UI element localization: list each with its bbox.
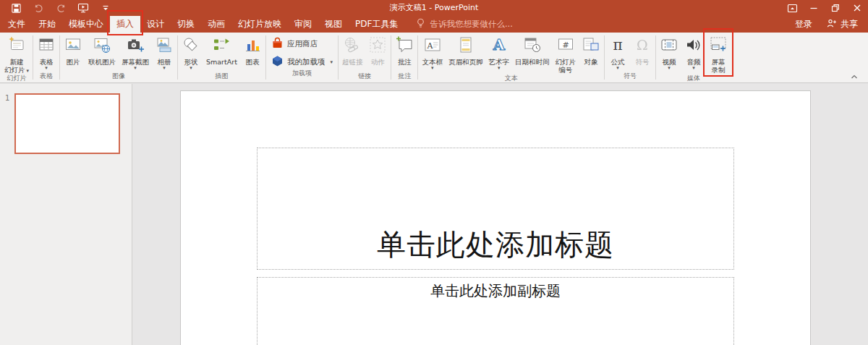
hyperlink-icon [343, 35, 362, 57]
ribbon-button-screenshot[interactable]: 屏幕截图▾ [119, 34, 152, 70]
ribbon-button-hyperlink: 超链接 [339, 34, 366, 66]
group-divider [604, 35, 605, 80]
ribbon-button-text-box[interactable]: A文本框▾ [419, 34, 446, 70]
dropdown-caret-icon: ▾ [498, 66, 501, 70]
ribbon-button-shapes[interactable]: 形状▾ [179, 34, 203, 70]
tell-me-box[interactable]: 告诉我您想要做什么... [416, 16, 512, 33]
svg-text:A: A [493, 35, 506, 54]
ribbon-button-slide-number[interactable]: #幻灯片 编号 [552, 34, 579, 74]
window-controls [781, 0, 868, 16]
group-divider [391, 35, 391, 80]
ribbon-button-date-time[interactable]: 日期和时间 [512, 34, 553, 66]
ribbon-group-label: 图像 [61, 72, 176, 82]
ribbon-button-table[interactable]: 表格▾ [34, 34, 59, 70]
screen-recording-icon [709, 35, 728, 57]
ribbon-button-label: 日期和时间 [515, 58, 550, 66]
text-box-icon: A [423, 35, 442, 57]
dropdown-caret-icon: ▾ [27, 68, 30, 74]
ribbon: 新建 幻灯片▾幻灯片表格▾表格图片联机图片屏幕截图▾相册▾图像形状▾SmartA… [0, 33, 868, 83]
subtitle-placeholder-text: 单击此处添加副标题 [430, 281, 561, 301]
group-divider [417, 35, 418, 80]
ribbon-button-new-slide[interactable]: 新建 幻灯片▾ [1, 34, 32, 74]
action-icon [368, 35, 387, 57]
ribbon-group-media: 视频▾音频▾屏幕 录制媒体 [657, 33, 731, 82]
ribbon-button-label: 动作 [371, 58, 385, 66]
my-add-ins-icon [271, 55, 284, 69]
slide-canvas: 单击此处添加标题 单击此处添加副标题 [181, 91, 810, 345]
start-slideshow-icon[interactable] [77, 2, 89, 14]
slide-thumbnail[interactable] [14, 93, 120, 154]
collapse-ribbon-icon[interactable] [849, 72, 859, 81]
ribbon-button-store[interactable]: 应用商店 [271, 37, 333, 51]
dropdown-caret-icon: ▾ [163, 66, 166, 70]
ribbon-button-chart[interactable]: 图表 [240, 34, 265, 66]
ribbon-button-wordart[interactable]: A艺术字▾ [485, 34, 512, 70]
chart-icon [243, 35, 262, 57]
svg-text:A: A [426, 41, 433, 51]
tab-file[interactable]: 文件 [1, 16, 32, 33]
titlebar: 演示文稿1 - PowerPoint [0, 0, 868, 16]
subtitle-placeholder[interactable]: 单击此处添加副标题 [257, 277, 734, 345]
ribbon-group-buttons: 图片联机图片屏幕截图▾相册▾ [61, 34, 176, 72]
ribbon-button-my-add-ins[interactable]: 我的加载项▾ [271, 55, 333, 69]
ribbon-group-buttons: 批注 [392, 34, 417, 72]
tab-template-center[interactable]: 模板中心 [62, 16, 110, 33]
ribbon-button-video[interactable]: 视频▾ [657, 34, 681, 70]
ribbon-display-options-icon[interactable] [781, 0, 803, 16]
dropdown-caret-icon: ▾ [134, 66, 137, 70]
pictures-icon [64, 35, 82, 57]
video-icon [660, 35, 678, 57]
title-placeholder-text: 单击此处添加标题 [377, 225, 614, 269]
minimize-icon[interactable] [803, 0, 825, 16]
share-button[interactable]: 共享 [827, 18, 858, 30]
sign-in-button[interactable]: 登录 [795, 18, 812, 30]
ribbon-button-smartart[interactable]: SmartArt [203, 34, 240, 66]
ribbon-button-label: 幻灯片 编号 [555, 58, 576, 74]
close-icon[interactable] [846, 0, 868, 16]
tab-home[interactable]: 开始 [32, 16, 62, 33]
dropdown-caret-icon: ▾ [190, 66, 192, 70]
window-title: 演示文稿1 - PowerPoint [0, 0, 868, 16]
ribbon-group-illustrations: 形状▾SmartArt图表插图 [179, 33, 265, 82]
ribbon-button-screen-recording[interactable]: 屏幕 录制 [706, 34, 731, 74]
tab-transitions[interactable]: 切换 [171, 16, 201, 33]
ribbon-button-pictures[interactable]: 图片 [61, 34, 85, 66]
tab-pdf-tools[interactable]: PDF工具集 [349, 16, 404, 33]
ribbon-group-text: A文本框▾页眉和页脚A艺术字▾日期和时间#幻灯片 编号对象文本 [419, 33, 603, 82]
ribbon-button-label: 新建 幻灯片▾ [4, 58, 29, 74]
ribbon-button-photo-album[interactable]: 相册▾ [152, 34, 176, 70]
tab-slide-show[interactable]: 幻灯片放映 [231, 16, 288, 33]
dropdown-caret-icon: ▾ [45, 66, 48, 70]
customize-qat-icon[interactable] [100, 2, 111, 14]
tab-review[interactable]: 审阅 [288, 16, 318, 33]
ribbon-button-label: SmartArt [206, 58, 237, 66]
ribbon-group-buttons: 新建 幻灯片▾ [1, 34, 32, 74]
ribbon-button-label: 符号 [635, 58, 649, 66]
wordart-icon: A [490, 35, 509, 57]
title-placeholder[interactable]: 单击此处添加标题 [257, 148, 734, 270]
ribbon-tab-row: 文件开始模板中心插入设计切换动画幻灯片放映审阅视图PDF工具集 告诉我您想要做什… [0, 16, 868, 33]
ribbon-button-online-pictures[interactable]: 联机图片 [85, 34, 119, 66]
shapes-icon [182, 35, 200, 57]
ribbon-button-equation[interactable]: π公式▾ [605, 34, 630, 70]
ribbon-button-object[interactable]: 对象 [579, 34, 603, 66]
undo-icon[interactable] [33, 2, 44, 14]
group-divider [338, 35, 339, 80]
restore-icon[interactable] [825, 0, 846, 16]
powerpoint-window: 演示文稿1 - PowerPoint 文件开始模板中心插入设计切换动画幻灯片放映… [0, 0, 868, 345]
tab-animations[interactable]: 动画 [201, 16, 231, 33]
tab-design[interactable]: 设计 [140, 16, 171, 33]
redo-icon[interactable] [55, 2, 67, 14]
ribbon-button-comment[interactable]: 批注 [392, 34, 417, 66]
svg-text:#: # [562, 41, 569, 50]
dropdown-caret-icon: ▾ [431, 66, 434, 70]
tab-view[interactable]: 视图 [318, 16, 349, 33]
ribbon-button-audio[interactable]: 音频▾ [681, 34, 706, 70]
save-icon[interactable] [10, 2, 22, 14]
tab-insert[interactable]: 插入 [110, 16, 140, 33]
photo-album-icon [155, 35, 174, 57]
ribbon-button-label: 联机图片 [88, 58, 116, 66]
dropdown-caret-icon: ▾ [692, 66, 695, 70]
ribbon-button-header-footer[interactable]: 页眉和页脚 [446, 34, 486, 66]
ribbon-button-label: 屏幕 录制 [711, 58, 725, 74]
